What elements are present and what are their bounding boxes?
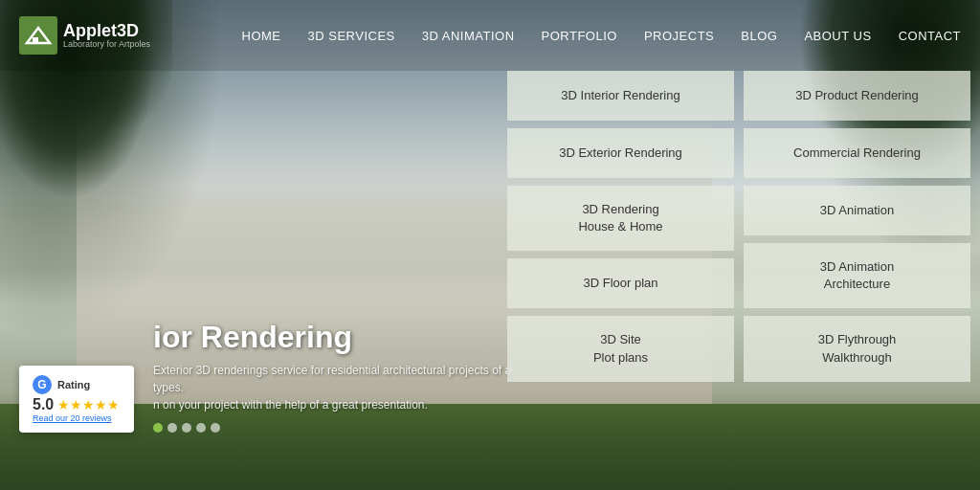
hero-subtitle: Exterior 3D renderings service for resid… [153,362,536,413]
logo[interactable]: Applet3D Laboratory for Artpoles [19,16,150,55]
rating-stars: ★★★★★ [57,397,120,412]
dropdown-menu: 3D Interior Rendering 3D Exterior Render… [507,71,970,382]
slide-indicators [153,423,961,433]
main-nav: HOME 3D SERVICES 3D ANIMATION PORTFOLIO … [242,29,961,43]
logo-subtitle: Laboratory for Artpoles [63,39,150,50]
nav-blog[interactable]: BLOG [741,29,777,43]
dropdown-3d-house[interactable]: 3D RenderingHouse & Home [507,186,734,251]
rating-label: Rating [57,379,90,390]
hero-title-text: ior Rendering [153,320,352,354]
nav-contact[interactable]: CONTACT [899,29,961,43]
slide-dot-5[interactable] [211,423,220,433]
nav-home[interactable]: HOME [242,29,281,43]
slide-dot-3[interactable] [182,423,191,433]
dropdown-3d-anim-arch[interactable]: 3D AnimationArchitecture [744,243,970,308]
hero-subtitle-line2: n on your project with the help of a gre… [153,398,428,412]
dropdown-3d-product[interactable]: 3D Product Rendering [744,71,970,121]
dropdown-3d-interior[interactable]: 3D Interior Rendering [507,71,734,121]
nav-portfolio[interactable]: PORTFOLIO [542,29,617,43]
nav-about-us[interactable]: ABOUT US [804,29,871,43]
slide-dot-2[interactable] [167,423,177,433]
google-rating-header: G Rating [33,375,121,394]
rating-card: G Rating 5.0 ★★★★★ Read our 20 reviews [19,366,134,433]
slide-dot-1[interactable] [153,423,163,433]
dropdown-3d-exterior[interactable]: 3D Exterior Rendering [507,128,734,178]
dropdown-col-1: 3D Interior Rendering 3D Exterior Render… [507,71,734,382]
slide-dot-4[interactable] [196,423,206,433]
nav-projects[interactable]: PROJECTS [644,29,714,43]
reviews-link[interactable]: Read our 20 reviews [33,413,121,423]
logo-icon [19,16,57,55]
svg-rect-0 [19,16,57,55]
dropdown-col-2: 3D Product Rendering Commercial Renderin… [744,71,970,382]
rating-score: 5.0 [33,396,54,413]
nav-3d-services[interactable]: 3D SERVICES [308,29,395,43]
dropdown-commercial[interactable]: Commercial Rendering [744,128,970,178]
dropdown-3d-flythrough[interactable]: 3D FlythroughWalkthrough [744,316,970,381]
logo-text: Applet3D Laboratory for Artpoles [63,22,150,50]
dropdown-3d-site[interactable]: 3D SitePlot plans [507,316,734,381]
header: Applet3D Laboratory for Artpoles HOME 3D… [0,0,980,71]
logo-name: Applet3D [63,22,150,39]
google-icon: G [33,375,52,394]
dropdown-3d-floor[interactable]: 3D Floor plan [507,258,734,308]
dropdown-3d-animation[interactable]: 3D Animation [744,186,970,235]
nav-3d-animation[interactable]: 3D ANIMATION [422,29,515,43]
hero-subtitle-line1: Exterior 3D renderings service for resid… [153,364,517,394]
